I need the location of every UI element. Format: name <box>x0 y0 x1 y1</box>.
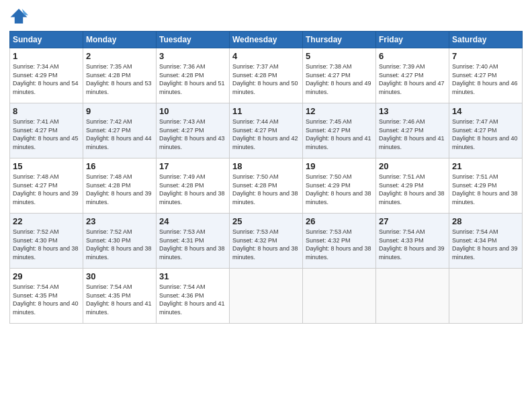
calendar-week-3: 15 Sunrise: 7:48 AMSunset: 4:27 PMDaylig… <box>10 158 523 214</box>
day-number: 15 <box>13 161 80 171</box>
day-detail: Sunrise: 7:41 AMSunset: 4:27 PMDaylight:… <box>13 118 79 150</box>
day-number: 29 <box>13 271 80 281</box>
day-detail: Sunrise: 7:48 AMSunset: 4:27 PMDaylight:… <box>13 173 79 205</box>
day-number: 31 <box>159 271 226 281</box>
day-number: 1 <box>13 51 80 61</box>
calendar-cell: 9 Sunrise: 7:42 AMSunset: 4:27 PMDayligh… <box>83 103 157 158</box>
day-detail: Sunrise: 7:37 AMSunset: 4:28 PMDaylight:… <box>232 63 298 95</box>
calendar-container: SundayMondayTuesdayWednesdayThursdayFrid… <box>0 0 532 411</box>
calendar-cell: 25 Sunrise: 7:53 AMSunset: 4:32 PMDaylig… <box>230 214 303 269</box>
day-detail: Sunrise: 7:54 AMSunset: 4:35 PMDaylight:… <box>13 283 79 316</box>
calendar-cell: 20 Sunrise: 7:51 AMSunset: 4:29 PMDaylig… <box>376 158 449 214</box>
calendar-cell: 29 Sunrise: 7:54 AMSunset: 4:35 PMDaylig… <box>10 269 83 324</box>
day-detail: Sunrise: 7:53 AMSunset: 4:32 PMDaylight:… <box>306 228 371 261</box>
calendar-cell: 23 Sunrise: 7:52 AMSunset: 4:30 PMDaylig… <box>83 214 157 269</box>
day-number: 20 <box>379 161 446 171</box>
calendar-cell: 30 Sunrise: 7:54 AMSunset: 4:35 PMDaylig… <box>83 269 157 324</box>
day-detail: Sunrise: 7:40 AMSunset: 4:27 PMDaylight:… <box>452 63 518 95</box>
day-number: 30 <box>86 271 153 281</box>
weekday-header-saturday: Saturday <box>449 32 523 48</box>
calendar-cell: 28 Sunrise: 7:54 AMSunset: 4:34 PMDaylig… <box>449 214 523 269</box>
day-detail: Sunrise: 7:36 AMSunset: 4:28 PMDaylight:… <box>159 63 225 95</box>
day-number: 19 <box>306 161 373 171</box>
calendar-cell: 27 Sunrise: 7:54 AMSunset: 4:33 PMDaylig… <box>376 214 449 269</box>
calendar-cell: 22 Sunrise: 7:52 AMSunset: 4:30 PMDaylig… <box>10 214 83 269</box>
day-number: 8 <box>13 106 80 116</box>
day-number: 14 <box>452 106 519 116</box>
day-detail: Sunrise: 7:50 AMSunset: 4:28 PMDaylight:… <box>232 173 298 205</box>
calendar-cell: 15 Sunrise: 7:48 AMSunset: 4:27 PMDaylig… <box>10 158 83 214</box>
day-number: 5 <box>306 51 373 61</box>
day-detail: Sunrise: 7:50 AMSunset: 4:29 PMDaylight:… <box>306 173 371 205</box>
day-number: 7 <box>452 51 519 61</box>
calendar-cell: 13 Sunrise: 7:46 AMSunset: 4:27 PMDaylig… <box>376 103 449 158</box>
day-detail: Sunrise: 7:48 AMSunset: 4:28 PMDaylight:… <box>86 173 152 205</box>
day-detail: Sunrise: 7:45 AMSunset: 4:27 PMDaylight:… <box>306 118 371 150</box>
day-detail: Sunrise: 7:54 AMSunset: 4:34 PMDaylight:… <box>452 228 518 261</box>
weekday-header-wednesday: Wednesday <box>230 32 303 48</box>
day-number: 23 <box>86 216 153 226</box>
weekday-header-sunday: Sunday <box>10 32 83 48</box>
day-number: 3 <box>159 51 226 61</box>
weekday-header-row: SundayMondayTuesdayWednesdayThursdayFrid… <box>10 32 523 48</box>
calendar-cell: 10 Sunrise: 7:43 AMSunset: 4:27 PMDaylig… <box>157 103 230 158</box>
day-number: 11 <box>232 106 300 116</box>
logo-icon <box>9 7 28 26</box>
day-number: 16 <box>86 161 153 171</box>
day-detail: Sunrise: 7:38 AMSunset: 4:27 PMDaylight:… <box>306 63 371 95</box>
day-number: 10 <box>159 106 226 116</box>
calendar-cell: 31 Sunrise: 7:54 AMSunset: 4:36 PMDaylig… <box>157 269 230 324</box>
weekday-header-monday: Monday <box>83 32 157 48</box>
calendar-cell: 19 Sunrise: 7:50 AMSunset: 4:29 PMDaylig… <box>303 158 376 214</box>
day-number: 25 <box>232 216 300 226</box>
calendar-table: SundayMondayTuesdayWednesdayThursdayFrid… <box>9 31 523 324</box>
day-detail: Sunrise: 7:34 AMSunset: 4:29 PMDaylight:… <box>13 63 79 95</box>
calendar-cell: 11 Sunrise: 7:44 AMSunset: 4:27 PMDaylig… <box>230 103 303 158</box>
calendar-week-1: 1 Sunrise: 7:34 AMSunset: 4:29 PMDayligh… <box>10 48 523 103</box>
calendar-cell <box>230 269 303 324</box>
calendar-cell: 16 Sunrise: 7:48 AMSunset: 4:28 PMDaylig… <box>83 158 157 214</box>
logo <box>9 7 31 26</box>
day-detail: Sunrise: 7:53 AMSunset: 4:31 PMDaylight:… <box>159 228 225 261</box>
day-number: 12 <box>306 106 373 116</box>
day-number: 17 <box>159 161 226 171</box>
svg-marker-0 <box>11 9 28 24</box>
day-number: 2 <box>86 51 153 61</box>
day-detail: Sunrise: 7:39 AMSunset: 4:27 PMDaylight:… <box>379 63 445 95</box>
calendar-cell: 21 Sunrise: 7:51 AMSunset: 4:29 PMDaylig… <box>449 158 523 214</box>
day-detail: Sunrise: 7:53 AMSunset: 4:32 PMDaylight:… <box>232 228 298 261</box>
day-detail: Sunrise: 7:44 AMSunset: 4:27 PMDaylight:… <box>232 118 298 150</box>
day-detail: Sunrise: 7:47 AMSunset: 4:27 PMDaylight:… <box>452 118 518 150</box>
calendar-cell: 18 Sunrise: 7:50 AMSunset: 4:28 PMDaylig… <box>230 158 303 214</box>
calendar-cell: 17 Sunrise: 7:49 AMSunset: 4:28 PMDaylig… <box>157 158 230 214</box>
day-number: 18 <box>232 161 300 171</box>
header <box>9 7 523 26</box>
calendar-cell <box>376 269 449 324</box>
calendar-cell: 1 Sunrise: 7:34 AMSunset: 4:29 PMDayligh… <box>10 48 83 103</box>
day-number: 27 <box>379 216 446 226</box>
calendar-cell: 5 Sunrise: 7:38 AMSunset: 4:27 PMDayligh… <box>303 48 376 103</box>
calendar-cell: 7 Sunrise: 7:40 AMSunset: 4:27 PMDayligh… <box>449 48 523 103</box>
calendar-cell: 14 Sunrise: 7:47 AMSunset: 4:27 PMDaylig… <box>449 103 523 158</box>
day-detail: Sunrise: 7:52 AMSunset: 4:30 PMDaylight:… <box>86 228 152 261</box>
day-number: 13 <box>379 106 446 116</box>
day-detail: Sunrise: 7:43 AMSunset: 4:27 PMDaylight:… <box>159 118 225 150</box>
day-detail: Sunrise: 7:54 AMSunset: 4:36 PMDaylight:… <box>159 283 225 316</box>
weekday-header-tuesday: Tuesday <box>157 32 230 48</box>
day-number: 21 <box>452 161 519 171</box>
calendar-week-2: 8 Sunrise: 7:41 AMSunset: 4:27 PMDayligh… <box>10 103 523 158</box>
weekday-header-friday: Friday <box>376 32 449 48</box>
day-number: 26 <box>306 216 373 226</box>
calendar-cell: 26 Sunrise: 7:53 AMSunset: 4:32 PMDaylig… <box>303 214 376 269</box>
day-detail: Sunrise: 7:54 AMSunset: 4:35 PMDaylight:… <box>86 283 152 316</box>
calendar-cell: 2 Sunrise: 7:35 AMSunset: 4:28 PMDayligh… <box>83 48 157 103</box>
calendar-cell: 24 Sunrise: 7:53 AMSunset: 4:31 PMDaylig… <box>157 214 230 269</box>
day-detail: Sunrise: 7:49 AMSunset: 4:28 PMDaylight:… <box>159 173 225 205</box>
calendar-cell: 3 Sunrise: 7:36 AMSunset: 4:28 PMDayligh… <box>157 48 230 103</box>
day-number: 6 <box>379 51 446 61</box>
day-number: 4 <box>232 51 300 61</box>
day-number: 24 <box>159 216 226 226</box>
day-number: 9 <box>86 106 153 116</box>
calendar-cell: 6 Sunrise: 7:39 AMSunset: 4:27 PMDayligh… <box>376 48 449 103</box>
calendar-cell <box>449 269 523 324</box>
